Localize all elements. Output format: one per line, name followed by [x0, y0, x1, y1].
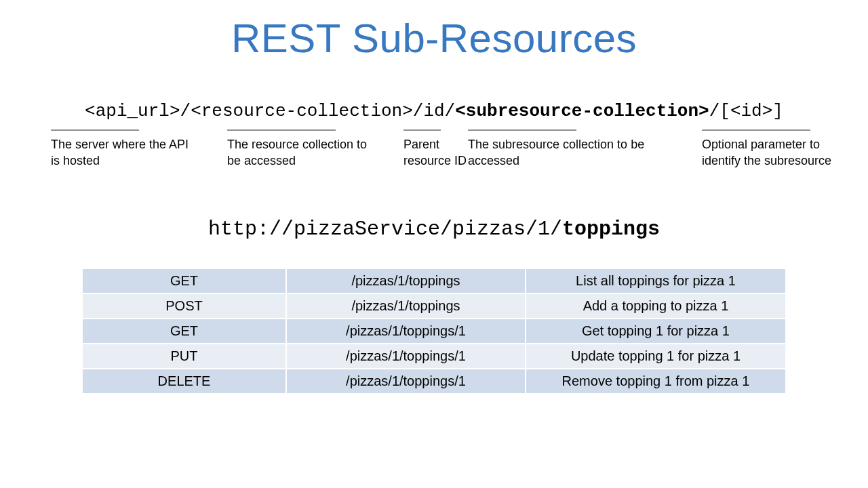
underline	[702, 129, 810, 131]
table-row: POST/pizzas/1/toppingsAdd a topping to p…	[82, 293, 786, 319]
table-row: PUT/pizzas/1/toppings/1Update topping 1 …	[82, 344, 786, 369]
desc-text: Parent resource ID	[403, 138, 467, 167]
cell-path: /pizzas/1/toppings/1	[286, 344, 526, 369]
underline	[51, 129, 139, 131]
desc-text: The resource collection to be accessed	[227, 138, 367, 167]
example-prefix: http://pizzaService/pizzas/1/	[208, 218, 562, 241]
desc-text: The server where the API is hosted	[51, 138, 189, 167]
desc-text: Optional parameter to identify the subre…	[702, 138, 831, 167]
cell-description: List all toppings for pizza 1	[526, 268, 786, 293]
cell-description: Get topping 1 for pizza 1	[526, 319, 786, 344]
desc-resource-collection: The resource collection to be accessed	[227, 129, 376, 169]
cell-path: /pizzas/1/toppings/1	[286, 319, 526, 344]
cell-path: /pizzas/1/toppings/1	[286, 369, 526, 394]
slide-title: REST Sub-Resources	[0, 0, 868, 62]
desc-api-url: The server where the API is hosted	[51, 129, 193, 169]
desc-text: The subresource collection to be accesse…	[468, 138, 644, 167]
cell-method: GET	[82, 268, 286, 293]
cell-description: Add a topping to pizza 1	[526, 293, 786, 319]
example-url: http://pizzaService/pizzas/1/toppings	[0, 218, 868, 241]
methods-table: GET/pizzas/1/toppingsList all toppings f…	[81, 268, 787, 394]
pattern-resource-coll: <resource-collection>	[191, 101, 413, 121]
underline	[403, 129, 441, 131]
pattern-sep-2: /id/	[413, 101, 455, 121]
cell-method: POST	[82, 293, 286, 319]
cell-path: /pizzas/1/toppings	[286, 293, 526, 319]
pattern-subresource-coll: <subresource-collection>	[455, 101, 709, 121]
pattern-descriptions: The server where the API is hosted The r…	[0, 129, 868, 190]
cell-method: GET	[82, 319, 286, 344]
underline	[227, 129, 336, 131]
pattern-sep-3: /[<id>]	[709, 101, 783, 121]
example-bold: toppings	[562, 218, 660, 241]
cell-description: Update topping 1 for pizza 1	[526, 344, 786, 369]
pattern-api-url: <api_url>	[85, 101, 180, 121]
pattern-sep-1: /	[180, 101, 191, 121]
table-row: DELETE/pizzas/1/toppings/1Remove topping…	[82, 369, 786, 394]
url-pattern: <api_url>/<resource-collection>/id/<subr…	[0, 101, 868, 121]
cell-description: Remove topping 1 from pizza 1	[526, 369, 786, 394]
table-row: GET/pizzas/1/toppings/1Get topping 1 for…	[82, 319, 786, 344]
cell-method: DELETE	[82, 369, 286, 394]
cell-method: PUT	[82, 344, 286, 369]
cell-path: /pizzas/1/toppings	[286, 268, 526, 293]
desc-optional-id: Optional parameter to identify the subre…	[702, 129, 858, 169]
underline	[468, 129, 576, 131]
table-row: GET/pizzas/1/toppingsList all toppings f…	[82, 268, 786, 293]
desc-subresource-collection: The subresource collection to be accesse…	[468, 129, 685, 169]
